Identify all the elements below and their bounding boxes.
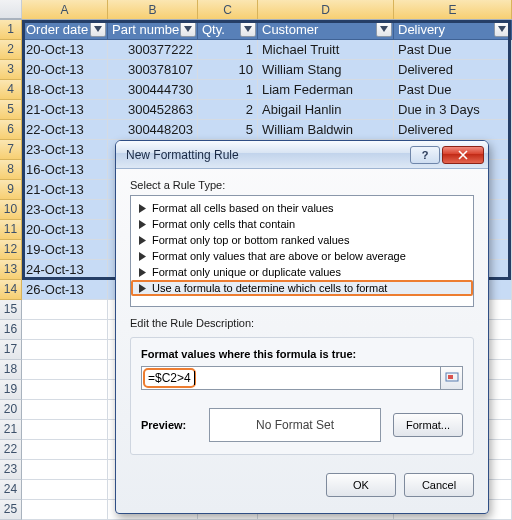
- close-button[interactable]: [442, 146, 484, 164]
- ok-button[interactable]: OK: [326, 473, 396, 497]
- cell[interactable]: [22, 320, 108, 340]
- header-cell[interactable]: Part number: [108, 20, 198, 40]
- filter-dropdown-icon[interactable]: [90, 21, 106, 37]
- col-E[interactable]: E: [394, 0, 512, 19]
- filter-dropdown-icon[interactable]: [376, 21, 392, 37]
- cell[interactable]: [22, 460, 108, 480]
- filter-dropdown-icon[interactable]: [494, 21, 510, 37]
- cell[interactable]: 26-Oct-13: [22, 280, 108, 300]
- cell[interactable]: 21-Oct-13: [22, 180, 108, 200]
- cell[interactable]: 18-Oct-13: [22, 80, 108, 100]
- cell[interactable]: Delivered: [394, 120, 512, 140]
- rule-type-list[interactable]: Format all cells based on their valuesFo…: [130, 195, 474, 307]
- row-header[interactable]: 13: [0, 260, 22, 280]
- cell[interactable]: [22, 380, 108, 400]
- col-B[interactable]: B: [108, 0, 198, 19]
- cell[interactable]: Liam Federman: [258, 80, 394, 100]
- cell[interactable]: Past Due: [394, 40, 512, 60]
- formula-input[interactable]: =$C2>4: [141, 366, 441, 390]
- cell[interactable]: 20-Oct-13: [22, 60, 108, 80]
- format-button[interactable]: Format...: [393, 413, 463, 437]
- row-header[interactable]: 5: [0, 100, 22, 120]
- cell[interactable]: 23-Oct-13: [22, 200, 108, 220]
- row-header[interactable]: 20: [0, 400, 22, 420]
- row-header[interactable]: 23: [0, 460, 22, 480]
- row-header[interactable]: 15: [0, 300, 22, 320]
- cell[interactable]: 21-Oct-13: [22, 100, 108, 120]
- select-all-corner[interactable]: [0, 0, 22, 19]
- cell[interactable]: Due in 3 Days: [394, 100, 512, 120]
- rule-type-item[interactable]: Format only top or bottom ranked values: [131, 232, 473, 248]
- cancel-button[interactable]: Cancel: [404, 473, 474, 497]
- row-header[interactable]: 12: [0, 240, 22, 260]
- cell[interactable]: [22, 300, 108, 320]
- row-header[interactable]: 4: [0, 80, 22, 100]
- cell[interactable]: William Baldwin: [258, 120, 394, 140]
- cell[interactable]: [22, 500, 108, 520]
- col-C[interactable]: C: [198, 0, 258, 19]
- cell[interactable]: 1: [198, 80, 258, 100]
- rule-type-item[interactable]: Format only unique or duplicate values: [131, 264, 473, 280]
- row-header[interactable]: 3: [0, 60, 22, 80]
- row-header[interactable]: 17: [0, 340, 22, 360]
- cell[interactable]: [22, 440, 108, 460]
- filter-dropdown-icon[interactable]: [180, 21, 196, 37]
- header-cell[interactable]: Order date: [22, 20, 108, 40]
- row-header[interactable]: 2: [0, 40, 22, 60]
- row-header[interactable]: 11: [0, 220, 22, 240]
- rule-type-item[interactable]: Use a formula to determine which cells t…: [131, 280, 473, 296]
- row-header[interactable]: 24: [0, 480, 22, 500]
- dialog-titlebar[interactable]: New Formatting Rule ?: [116, 141, 488, 169]
- rule-type-item[interactable]: Format only values that are above or bel…: [131, 248, 473, 264]
- filter-dropdown-icon[interactable]: [240, 21, 256, 37]
- cell[interactable]: 10: [198, 60, 258, 80]
- row-header[interactable]: 18: [0, 360, 22, 380]
- cell[interactable]: 22-Oct-13: [22, 120, 108, 140]
- cell[interactable]: Abigail Hanlin: [258, 100, 394, 120]
- cell[interactable]: 1: [198, 40, 258, 60]
- row-header[interactable]: 6: [0, 120, 22, 140]
- header-cell[interactable]: Qty.: [198, 20, 258, 40]
- row-header[interactable]: 22: [0, 440, 22, 460]
- cell[interactable]: William Stang: [258, 60, 394, 80]
- cell[interactable]: Michael Truitt: [258, 40, 394, 60]
- cell[interactable]: 16-Oct-13: [22, 160, 108, 180]
- cell[interactable]: 20-Oct-13: [22, 220, 108, 240]
- col-D[interactable]: D: [258, 0, 394, 19]
- cell[interactable]: 19-Oct-13: [22, 240, 108, 260]
- row-header[interactable]: 21: [0, 420, 22, 440]
- row-header[interactable]: 16: [0, 320, 22, 340]
- row-header[interactable]: 25: [0, 500, 22, 520]
- cell[interactable]: 23-Oct-13: [22, 140, 108, 160]
- cell[interactable]: 300444730: [108, 80, 198, 100]
- cell[interactable]: Delivered: [394, 60, 512, 80]
- cell[interactable]: 300378107: [108, 60, 198, 80]
- col-A[interactable]: A: [22, 0, 108, 19]
- cell[interactable]: 5: [198, 120, 258, 140]
- cell[interactable]: Past Due: [394, 80, 512, 100]
- cell[interactable]: 2: [198, 100, 258, 120]
- row-header[interactable]: 14: [0, 280, 22, 300]
- cell[interactable]: [22, 340, 108, 360]
- cell[interactable]: [22, 480, 108, 500]
- cell[interactable]: 300448203: [108, 120, 198, 140]
- row-header[interactable]: 7: [0, 140, 22, 160]
- rule-type-item[interactable]: Format only cells that contain: [131, 216, 473, 232]
- header-cell[interactable]: Customer: [258, 20, 394, 40]
- cell[interactable]: 24-Oct-13: [22, 260, 108, 280]
- row-header[interactable]: 1: [0, 20, 22, 40]
- row-header[interactable]: 8: [0, 160, 22, 180]
- row-header[interactable]: 9: [0, 180, 22, 200]
- cell[interactable]: 20-Oct-13: [22, 40, 108, 60]
- rule-type-item[interactable]: Format all cells based on their values: [131, 200, 473, 216]
- cell[interactable]: [22, 420, 108, 440]
- cell[interactable]: [22, 400, 108, 420]
- cell[interactable]: [22, 360, 108, 380]
- range-selector-button[interactable]: [441, 366, 463, 390]
- cell[interactable]: 300452863: [108, 100, 198, 120]
- row-header[interactable]: 19: [0, 380, 22, 400]
- help-button[interactable]: ?: [410, 146, 440, 164]
- cell[interactable]: 300377222: [108, 40, 198, 60]
- row-header[interactable]: 10: [0, 200, 22, 220]
- header-cell[interactable]: Delivery: [394, 20, 512, 40]
